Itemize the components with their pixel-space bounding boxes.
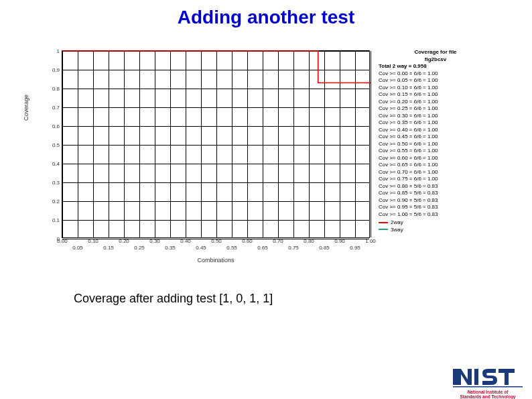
legend: 2way3way — [379, 219, 492, 233]
legend-item: 3way — [379, 227, 492, 234]
coverage-row: Cov >= 0.80 = 5/6 = 0.83 — [379, 183, 492, 190]
coverage-row: Cov >= 0.65 = 6/6 = 1.00 — [379, 162, 492, 169]
y-axis-label: Coverage — [23, 95, 29, 121]
x-tick: 1.00 — [365, 238, 376, 244]
x-tick: 0.05 — [72, 245, 83, 251]
x-tick: 0.00 — [57, 238, 68, 244]
page-title: Adding another test — [0, 7, 532, 28]
x-tick: 0.95 — [350, 245, 360, 251]
legend-label: 2way — [391, 219, 403, 225]
svg-rect-2 — [474, 369, 478, 385]
coverage-row: Cov >= 0.25 = 6/6 = 1.00 — [379, 105, 492, 113]
x-tick: 0.30 — [149, 238, 160, 244]
y-tick: 0.1 — [52, 217, 60, 223]
caption-text: Coverage after adding test [1, 0, 1, 1] — [74, 292, 273, 306]
y-tick: 0.8 — [52, 86, 60, 92]
series-2way — [62, 51, 371, 83]
coverage-row: Cov >= 0.30 = 6/6 = 1.00 — [379, 113, 492, 120]
nist-logo-subtitle: National Institute ofStandards and Techn… — [453, 390, 523, 399]
x-tick: 0.45 — [196, 245, 206, 251]
y-tick: 0.5 — [52, 142, 60, 148]
y-tick: 0.2 — [52, 198, 60, 205]
y-tick: 0.4 — [52, 161, 60, 167]
coverage-row: Cov >= 0.00 = 6/6 = 1.00 — [379, 70, 492, 78]
coverage-row: Cov >= 0.60 = 6/6 = 1.00 — [379, 155, 492, 162]
legend-item: 2way — [379, 219, 492, 227]
x-tick: 0.40 — [180, 238, 191, 244]
svg-rect-4 — [505, 369, 509, 385]
legend-swatch — [379, 229, 388, 230]
coverage-row: Cov >= 0.20 = 6/6 = 1.00 — [379, 99, 492, 106]
x-tick: 0.20 — [119, 238, 129, 244]
coverage-row: Cov >= 0.05 = 6/6 = 1.00 — [379, 77, 492, 84]
coverage-row: Cov >= 0.90 = 5/6 = 0.83 — [379, 197, 492, 205]
coverage-row: Cov >= 0.75 = 6/6 = 1.00 — [379, 176, 492, 183]
y-tick: 0.9 — [52, 67, 60, 73]
x-tick: 0.80 — [304, 238, 314, 244]
x-tick: 0.90 — [334, 238, 345, 244]
coverage-row: Cov >= 0.35 = 6/6 = 1.00 — [379, 119, 492, 127]
svg-rect-5 — [453, 386, 523, 388]
x-axis-label: Combinations — [62, 257, 370, 264]
y-tick: 1 — [57, 48, 60, 54]
y-tick: 0.7 — [52, 105, 60, 111]
legend-swatch — [379, 222, 388, 223]
side-filename: fig2bcsv — [379, 56, 492, 64]
x-tick: 0.85 — [319, 245, 330, 251]
coverage-row: Cov >= 0.40 = 6/6 = 1.00 — [379, 127, 492, 134]
y-tick: 0.3 — [52, 180, 60, 186]
y-tick: 0.6 — [52, 123, 60, 129]
coverage-row: Cov >= 0.50 = 6/6 = 1.00 — [379, 141, 492, 148]
coverage-row: Cov >= 1.00 = 5/6 = 0.83 — [379, 211, 492, 219]
nist-logo — [453, 365, 523, 392]
coverage-row: Cov >= 0.70 = 6/6 = 1.00 — [379, 169, 492, 176]
series-layer — [62, 51, 371, 239]
x-tick: 0.50 — [211, 238, 222, 244]
side-header: Coverage for file — [379, 49, 492, 56]
svg-rect-0 — [453, 369, 457, 385]
coverage-row: Cov >= 0.85 = 5/6 = 0.83 — [379, 190, 492, 197]
legend-label: 3way — [391, 227, 403, 233]
svg-marker-1 — [457, 369, 472, 385]
x-tick: 0.15 — [103, 245, 114, 251]
x-tick: 0.10 — [88, 238, 98, 244]
coverage-row: Cov >= 0.55 = 6/6 = 1.00 — [379, 148, 492, 155]
x-tick: 0.25 — [134, 245, 145, 251]
plot-area: 00.10.20.30.40.50.60.70.80.910.000.050.1… — [62, 50, 370, 238]
x-tick: 0.35 — [165, 245, 176, 251]
coverage-side-panel: Coverage for file fig2bcsv Total 2 way =… — [379, 49, 492, 233]
x-tick: 0.75 — [288, 245, 299, 251]
x-tick: 0.55 — [226, 245, 237, 251]
grid-line-v — [371, 51, 371, 237]
coverage-row: Cov >= 0.15 = 6/6 = 1.00 — [379, 91, 492, 99]
coverage-chart: Coverage Combinations 00.10.20.30.40.50.… — [20, 40, 503, 265]
x-tick: 0.60 — [242, 238, 253, 244]
coverage-row: Cov >= 0.95 = 5/6 = 0.83 — [379, 204, 492, 211]
coverage-row: Cov >= 0.10 = 6/6 = 1.00 — [379, 84, 492, 92]
coverage-row: Cov >= 0.45 = 6/6 = 1.00 — [379, 133, 492, 141]
side-total: Total 2 way = 0.958 — [379, 63, 492, 70]
x-tick: 0.65 — [257, 245, 268, 251]
x-tick: 0.70 — [273, 238, 283, 244]
